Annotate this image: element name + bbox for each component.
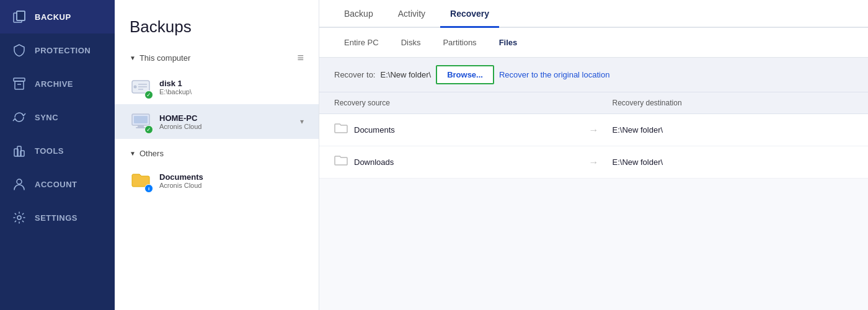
recover-bar: Recover to: E:\New folder\ Browse... Rec…: [319, 58, 868, 92]
chevron-down-icon: ▼: [130, 55, 136, 61]
row-source-downloads: Downloads: [334, 155, 575, 169]
row-dest-documents: E:\New folder\: [613, 125, 854, 135]
sidebar-item-archive[interactable]: ARCHIVE: [0, 67, 115, 100]
recover-original-link[interactable]: Recover to the original location: [499, 70, 610, 79]
svg-point-9: [17, 179, 22, 184]
device-badge-check: ✓: [144, 91, 153, 99]
sidebar-item-sync-label: SYNC: [35, 113, 58, 122]
others-section-header: ▼ Others: [115, 144, 319, 163]
sub-tab-files[interactable]: Files: [489, 34, 528, 51]
row-source-documents-label: Documents: [354, 125, 395, 135]
sub-tab-entire-pc[interactable]: Entire PC: [334, 34, 389, 51]
sidebar-item-sync[interactable]: SYNC: [0, 100, 115, 134]
svg-point-10: [17, 216, 21, 219]
svg-point-12: [134, 86, 137, 89]
sidebar-item-settings[interactable]: SETTINGS: [0, 201, 115, 234]
sidebar-item-account[interactable]: ACCOUNT: [0, 167, 115, 201]
device-sub-disk1: E:\backup\: [159, 88, 304, 95]
page-title: Backups: [115, 0, 319, 46]
copy-icon: [12, 10, 26, 24]
device-name-documents: Documents: [159, 172, 304, 182]
tab-recovery[interactable]: Recovery: [440, 0, 499, 28]
col-source-header: Recovery source: [334, 99, 575, 107]
sidebar-item-settings-label: SETTINGS: [35, 213, 78, 223]
this-computer-section-toggle[interactable]: ▼ This computer: [130, 53, 190, 63]
device-badge-check-homepc: ✓: [144, 125, 153, 134]
device-sub-home-pc: Acronis Cloud: [159, 123, 293, 130]
chevron-down-icon-homepc: ▾: [300, 117, 304, 126]
tools-icon: [12, 144, 26, 157]
table-row[interactable]: Documents → E:\New folder\: [319, 114, 868, 146]
sidebar-item-account-label: ACCOUNT: [35, 180, 78, 189]
row-arrow-downloads: →: [575, 157, 613, 168]
device-sub-documents: Acronis Cloud: [159, 182, 304, 189]
recover-to-label: Recover to:: [334, 70, 375, 79]
device-info-disk1: disk 1 E:\backup\: [159, 79, 304, 95]
row-dest-downloads: E:\New folder\: [613, 157, 854, 167]
sidebar-item-protection[interactable]: PROTECTION: [0, 33, 115, 67]
sub-tab-disks[interactable]: Disks: [391, 34, 431, 51]
row-source-documents: Documents: [334, 123, 575, 137]
recovery-table: Recovery source Recovery destination Doc…: [319, 92, 868, 310]
sub-tab-partitions[interactable]: Partitions: [433, 34, 486, 51]
tab-activity[interactable]: Activity: [388, 0, 435, 28]
tabs-bar: Backup Activity Recovery: [319, 0, 868, 28]
device-info-documents: Documents Acronis Cloud: [159, 172, 304, 189]
recover-path: E:\New folder\: [380, 70, 431, 79]
table-header: Recovery source Recovery destination: [319, 92, 868, 114]
sync-icon: [12, 110, 26, 124]
device-badge-info: i: [144, 184, 153, 193]
row-source-downloads-label: Downloads: [354, 157, 394, 167]
disk-icon: ✓: [130, 76, 152, 98]
device-item-home-pc[interactable]: ✓ HOME-PC Acronis Cloud ▾: [115, 104, 319, 139]
shield-icon: [12, 43, 26, 57]
device-item-documents[interactable]: i Documents Acronis Cloud: [115, 163, 319, 198]
svg-rect-17: [134, 116, 148, 123]
others-section-toggle[interactable]: ▼ Others: [130, 149, 164, 158]
sidebar-item-backup[interactable]: BACKUP: [0, 0, 115, 33]
sidebar-item-tools[interactable]: TOOLS: [0, 134, 115, 167]
sub-tabs-bar: Entire PC Disks Partitions Files: [319, 28, 868, 58]
folder-icon-documents: [334, 123, 348, 137]
svg-rect-4: [15, 81, 24, 89]
sidebar-item-tools-label: TOOLS: [35, 146, 64, 156]
account-icon: [12, 177, 26, 191]
folder-icon-downloads: [334, 155, 348, 169]
device-name-disk1: disk 1: [159, 79, 304, 88]
this-computer-label: This computer: [140, 53, 190, 63]
sidebar-item-archive-label: ARCHIVE: [35, 79, 73, 89]
chevron-down-icon-others: ▼: [130, 150, 136, 157]
row-arrow-documents: →: [575, 125, 613, 136]
others-label: Others: [140, 149, 164, 158]
col-dest-header: Recovery destination: [613, 99, 854, 107]
device-name-home-pc: HOME-PC: [159, 113, 293, 123]
sidebar: BACKUP PROTECTION ARCHIVE: [0, 0, 115, 310]
folder-cloud-icon: i: [130, 169, 152, 192]
sidebar-item-protection-label: PROTECTION: [35, 46, 91, 55]
svg-rect-1: [17, 11, 25, 20]
gear-icon: [12, 211, 26, 224]
device-info-home-pc: HOME-PC Acronis Cloud: [159, 113, 293, 130]
this-computer-section-header: ▼ This computer ≡: [115, 46, 319, 69]
archive-icon: [12, 77, 26, 91]
this-computer-menu-icon[interactable]: ≡: [297, 51, 304, 64]
main-content: Backup Activity Recovery Entire PC Disks…: [319, 0, 868, 310]
middle-panel: Backups ▼ This computer ≡ ✓ disk 1 E:\ba…: [115, 0, 319, 310]
browse-button[interactable]: Browse...: [436, 65, 494, 84]
device-item-disk1[interactable]: ✓ disk 1 E:\backup\: [115, 69, 319, 104]
sidebar-item-backup-label: BACKUP: [35, 12, 71, 22]
svg-rect-18: [138, 125, 144, 127]
computer-icon: ✓: [130, 110, 152, 133]
table-row[interactable]: Downloads → E:\New folder\: [319, 146, 868, 179]
tab-backup[interactable]: Backup: [334, 0, 383, 28]
